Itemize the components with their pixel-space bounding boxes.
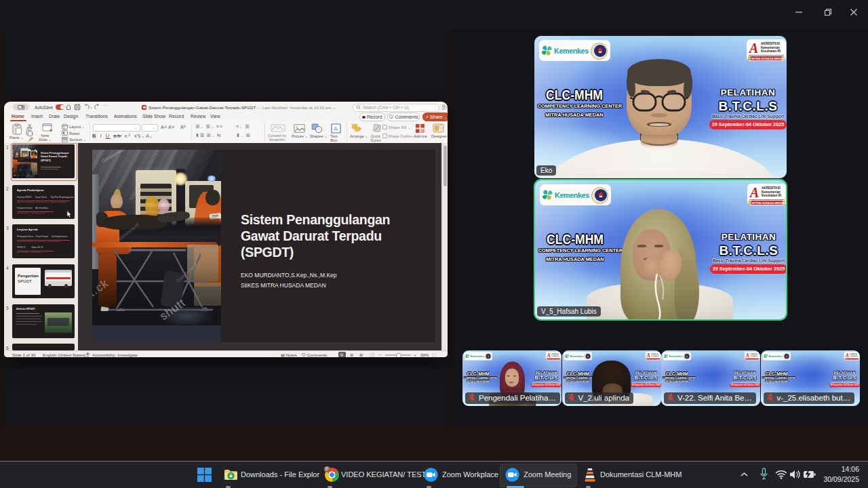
svg-text:A: A (334, 125, 338, 132)
